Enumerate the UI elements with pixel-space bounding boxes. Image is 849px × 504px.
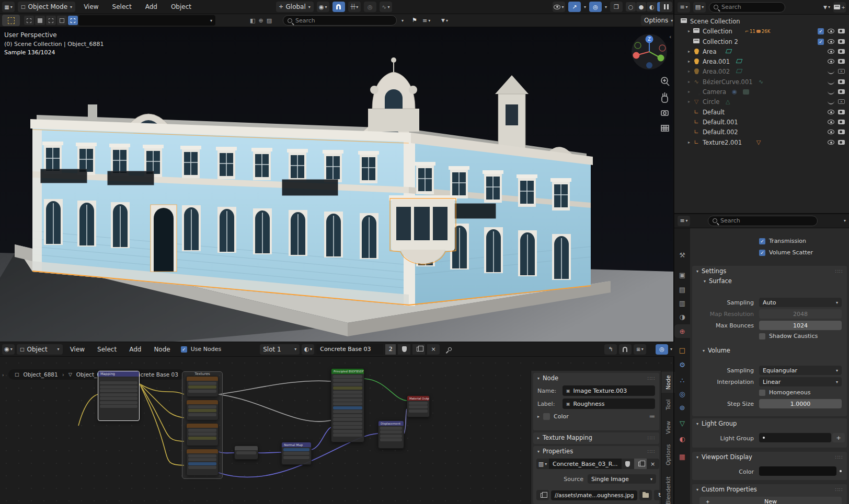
shader-node-image-texture[interactable]: [186, 376, 219, 397]
image-path-field[interactable]: //assets\mate...oughness.jpg: [551, 490, 637, 500]
shadow-caustics-row[interactable]: ✓Shadow Caustics: [759, 333, 818, 339]
step-size-field[interactable]: 1.0000: [759, 399, 842, 408]
transmission-checkbox[interactable]: ✓: [759, 238, 765, 244]
shader-node-adjust[interactable]: [234, 446, 258, 460]
tab-object-data[interactable]: ▽: [674, 416, 690, 430]
shader-node-normal-map[interactable]: Normal Map: [281, 442, 312, 465]
hide-eye-toggle[interactable]: [828, 81, 834, 85]
panel-grip[interactable]: ∷∷: [835, 454, 843, 460]
image-copy-button[interactable]: [634, 459, 647, 469]
xray-toggle[interactable]: ❒: [610, 2, 623, 12]
select-extend-button[interactable]: [35, 16, 45, 25]
outliner-filter-id-button[interactable]: ▤▾: [693, 2, 706, 13]
gizmos-chevron[interactable]: ▾: [584, 5, 586, 9]
outliner-row-beziercurve[interactable]: ▸∿BézierCurve.001 ∿: [674, 77, 849, 87]
outliner-row-default[interactable]: ∟Default: [674, 107, 849, 117]
pause-button[interactable]: [660, 2, 672, 12]
pin-icon[interactable]: [448, 347, 453, 352]
collapse-icon[interactable]: ▾: [537, 376, 540, 381]
render-camera-toggle[interactable]: [838, 130, 845, 134]
collapse-icon[interactable]: ▸: [537, 414, 540, 419]
menu-view[interactable]: View: [78, 3, 104, 10]
menu-select[interactable]: Select: [107, 3, 137, 10]
render-camera-toggle[interactable]: [838, 29, 845, 33]
collapse-icon[interactable]: ▾: [704, 279, 706, 284]
add-light-group-button[interactable]: +: [832, 433, 845, 442]
tab-tool[interactable]: ⚒: [674, 248, 690, 262]
shader-node-mapping[interactable]: Mapping: [98, 371, 140, 421]
volume-scatter-row[interactable]: ✓Volume Scatter: [759, 249, 813, 256]
expand-icon[interactable]: ▸: [686, 49, 692, 54]
asset-brush-icon[interactable]: ▨: [267, 17, 272, 24]
collapse-icon[interactable]: ▾: [696, 269, 698, 274]
shader-node-image-texture[interactable]: [186, 423, 219, 446]
node-snap-toggle[interactable]: [619, 344, 632, 355]
hide-eye-toggle[interactable]: [828, 39, 834, 44]
overlays-chevron[interactable]: ▾: [605, 5, 607, 9]
panel-grip[interactable]: ∷∷: [647, 376, 655, 381]
render-camera-toggle[interactable]: [838, 110, 845, 114]
shading-solid-button[interactable]: ●: [636, 2, 646, 11]
hide-eye-toggle[interactable]: [828, 29, 834, 33]
new-material-button[interactable]: [412, 344, 425, 355]
shader-node-material-output[interactable]: Material Output: [407, 395, 430, 417]
outliner-row-collection[interactable]: ▸Collection ⌐1126K ✓: [674, 26, 849, 36]
slot-dropdown[interactable]: Slot 1▾: [260, 344, 300, 355]
expand-icon[interactable]: ▸: [686, 59, 692, 64]
light-group-field[interactable]: [759, 433, 831, 442]
image-fake-user-button[interactable]: [622, 459, 634, 469]
region-divider-vertical[interactable]: [673, 0, 674, 504]
outliner-display-mode-button[interactable]: ≡▾: [678, 2, 690, 13]
node-name-field[interactable]: ▣Image Texture.003: [563, 385, 655, 396]
outliner-search-input[interactable]: [721, 4, 781, 10]
world-color-swatch[interactable]: [759, 466, 836, 476]
surface-sampling-dropdown[interactable]: Auto▾: [759, 298, 842, 307]
hide-eye-toggle[interactable]: [828, 110, 834, 114]
expand-icon[interactable]: ▸: [686, 140, 692, 145]
shading-wireframe-button[interactable]: ○: [626, 2, 636, 11]
render-camera-toggle[interactable]: ✕: [838, 69, 845, 74]
image-name-field[interactable]: Concrete_Base_03_R...: [549, 459, 622, 469]
overlays-toggle[interactable]: ◎: [589, 2, 602, 12]
volume-scatter-checkbox[interactable]: ✓: [759, 250, 765, 256]
fake-user-button[interactable]: [398, 344, 410, 355]
snap-toggle-button[interactable]: [332, 2, 345, 12]
shader-overlays-chevron[interactable]: ▾: [670, 347, 672, 351]
use-nodes-row[interactable]: ✓Use Nodes: [181, 346, 222, 353]
hide-eye-toggle[interactable]: [828, 59, 834, 64]
shader-node-principled-bsdf[interactable]: Principled BSDFBSDF: [331, 368, 364, 442]
menu-list-icon[interactable]: ≔: [649, 413, 655, 420]
animate-dot[interactable]: [840, 470, 842, 472]
exclude-checkbox[interactable]: ✓: [818, 28, 824, 34]
shadow-caustics-checkbox[interactable]: ✓: [759, 333, 765, 339]
collapse-icon[interactable]: ▾: [696, 487, 698, 492]
expand-icon[interactable]: ▸: [686, 29, 692, 33]
snap-with-button[interactable]: ┼┼▾: [348, 2, 361, 12]
unlink-material-button[interactable]: ×: [427, 344, 440, 355]
outliner-filter-button[interactable]: ▼▾: [823, 5, 830, 10]
expand-icon[interactable]: ▸: [686, 89, 692, 94]
outliner-row-default001[interactable]: ∟Default.001: [674, 117, 849, 127]
image-unlink-button[interactable]: ×: [647, 459, 659, 469]
volume-subpanel-header[interactable]: ▾Volume: [698, 345, 840, 356]
asset-world-icon[interactable]: ⊕: [258, 17, 263, 24]
transmission-row[interactable]: ✓Transmission: [759, 238, 806, 244]
collapse-icon[interactable]: ▾: [696, 421, 698, 426]
region-divider-outliner[interactable]: [674, 213, 849, 214]
hide-eye-toggle[interactable]: [828, 120, 834, 124]
outliner-row-texture2[interactable]: ▸∟Texture2.001 ▽: [674, 137, 849, 147]
render-camera-toggle[interactable]: [838, 120, 845, 124]
outliner-row-area002[interactable]: ▸Area.002 ✕: [674, 66, 849, 76]
shader-node-image-texture[interactable]: [186, 400, 219, 420]
shader-node-displacement[interactable]: Displacement: [378, 420, 404, 449]
menu-add[interactable]: Add: [124, 346, 146, 353]
pivot-point-button[interactable]: ◉▾: [317, 2, 329, 12]
expand-icon[interactable]: ▸: [686, 99, 692, 104]
volume-sampling-dropdown[interactable]: Equiangular▾: [759, 366, 842, 375]
panel-grip[interactable]: ∷∷: [835, 487, 843, 493]
gizmos-toggle[interactable]: ↗: [568, 2, 581, 12]
shader-overlays-toggle[interactable]: ◎: [656, 344, 668, 355]
asset-model-icon[interactable]: ◧: [250, 17, 255, 24]
outliner-row-default002[interactable]: ∟Default.002: [674, 127, 849, 137]
hide-eye-toggle[interactable]: [828, 140, 834, 145]
